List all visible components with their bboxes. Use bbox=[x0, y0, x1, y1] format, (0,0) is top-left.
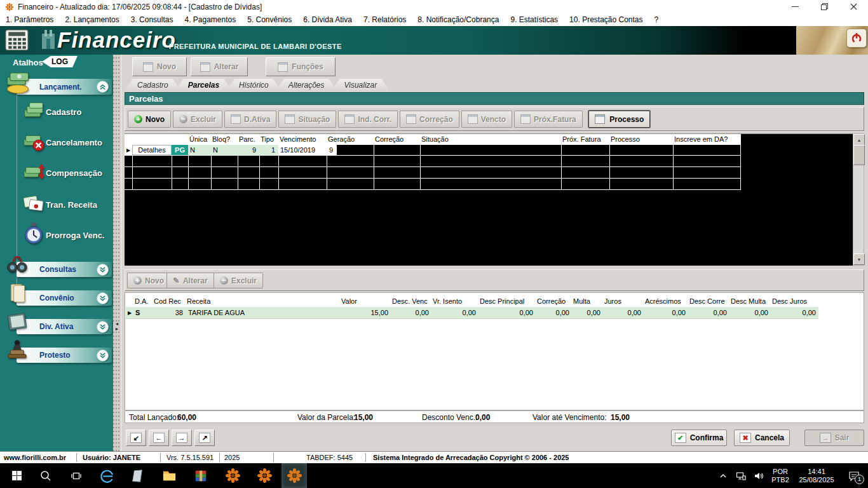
receita-row-selected[interactable]: ▶ S 38 TARIFA DE AGUA 15,00 0,00 0,00 0,… bbox=[126, 307, 818, 319]
fiorilli-app-icon-2[interactable] bbox=[252, 463, 277, 488]
tab-alteracoes[interactable]: Alterações bbox=[276, 79, 337, 91]
notification-center-button[interactable]: 1 bbox=[840, 463, 868, 488]
task-view-button[interactable] bbox=[64, 463, 89, 488]
parcela-dativa-button[interactable]: D.Ativa bbox=[224, 111, 276, 128]
parcela-ind-corr-button[interactable]: Ind. Corr. bbox=[338, 111, 398, 128]
detalhes-cell-button[interactable]: Detalhes bbox=[132, 145, 172, 155]
minimize-button[interactable] bbox=[780, 0, 810, 13]
sidebar-item-cadastro[interactable]: Cadastro bbox=[17, 97, 113, 126]
parcela-vencto-button[interactable]: Vencto bbox=[461, 111, 512, 128]
tray-chevron-button[interactable] bbox=[714, 463, 732, 488]
menu-item-estatisticas[interactable]: 9. Estatísticas bbox=[505, 13, 564, 26]
receita-novo-button[interactable]: + Novo bbox=[127, 273, 170, 288]
search-button[interactable] bbox=[33, 463, 58, 488]
scroll-down-button[interactable]: ▼ bbox=[853, 254, 865, 265]
splitter-collapse-icon[interactable]: ◄ bbox=[115, 322, 119, 326]
empty-grid-row bbox=[125, 156, 741, 167]
parcelas-grid-scrollbar[interactable]: ▲ ▼ bbox=[853, 133, 864, 266]
menu-item-divida-ativa[interactable]: 6. Dívida Ativa bbox=[297, 13, 358, 26]
sidebar-group-div-ativa[interactable]: Div. Ativa bbox=[17, 319, 112, 334]
col-receita: Receita bbox=[186, 295, 340, 307]
menu-item-notificacao[interactable]: 8. Notificação/Cobrança bbox=[412, 13, 505, 26]
clock[interactable]: 14:41 25/08/2025 bbox=[793, 468, 840, 484]
sair-button[interactable]: → Sair bbox=[804, 430, 864, 446]
col-unica: Única bbox=[188, 134, 211, 145]
menu-item-help[interactable]: ? bbox=[649, 13, 665, 26]
tab-visualizar[interactable]: Visualizar bbox=[331, 79, 390, 91]
fiorilli-app-icon-active[interactable] bbox=[281, 463, 307, 488]
winrar-icon[interactable] bbox=[188, 463, 214, 488]
volume-tray-icon[interactable] bbox=[750, 463, 768, 488]
chevron-up-icon bbox=[99, 83, 106, 90]
cancela-button[interactable]: ✖ Cancela bbox=[734, 430, 790, 446]
fiorilli-app-icon-1[interactable] bbox=[220, 463, 245, 488]
nav-prev-button[interactable]: ← bbox=[149, 430, 169, 446]
expand-div-ativa-button[interactable] bbox=[97, 321, 109, 333]
menu-item-parametros[interactable]: 1. Parâmetros bbox=[0, 13, 59, 26]
sidebar-splitter[interactable]: ◄ ► bbox=[113, 55, 121, 451]
menu-item-lancamentos[interactable]: 2. Lançamentos bbox=[59, 13, 125, 26]
expand-consultas-button[interactable] bbox=[97, 264, 109, 276]
tab-historico[interactable]: Histórico bbox=[226, 79, 281, 91]
log-tab[interactable]: LOG bbox=[42, 56, 78, 67]
splitter-expand-icon[interactable]: ► bbox=[115, 327, 119, 331]
parcela-prox-fatura-button[interactable]: Próx.Fatura bbox=[514, 111, 583, 128]
scrollbar-thumb[interactable] bbox=[853, 145, 865, 165]
expand-protesto-button[interactable] bbox=[97, 349, 109, 362]
nav-next-button[interactable]: → bbox=[172, 430, 192, 446]
power-button[interactable] bbox=[846, 29, 867, 48]
menu-item-pagamentos[interactable]: 4. Pagamentos bbox=[179, 13, 241, 26]
language-indicator[interactable]: POR PTB2 bbox=[768, 468, 793, 484]
collapse-group-button[interactable] bbox=[97, 81, 109, 93]
scroll-up-button[interactable]: ▲ bbox=[853, 134, 865, 146]
sidebar-group-convenio[interactable]: Convênio bbox=[17, 290, 112, 306]
col-multa: Multa bbox=[572, 295, 603, 307]
alterar-button[interactable]: Alterar bbox=[191, 57, 248, 76]
row-marker-icon: ▶ bbox=[126, 147, 130, 153]
parcela-situacao-button[interactable]: Situação bbox=[278, 111, 336, 128]
parcelas-grid[interactable]: Única Bloq? Parc. Tipo Vencimento Geraçã… bbox=[125, 133, 853, 266]
sidebar-item-tran-receita[interactable]: Tran. Receita bbox=[17, 190, 113, 219]
status-site[interactable]: www.fiorilli.com.br bbox=[4, 454, 66, 461]
status-badge-pg: PG bbox=[172, 145, 188, 155]
sidebar-group-protesto[interactable]: Protesto bbox=[17, 348, 112, 363]
sidebar-item-compensacao[interactable]: Compensação bbox=[17, 158, 113, 187]
shortcuts-label: Atalhos bbox=[13, 58, 43, 67]
binoculars-icon bbox=[5, 253, 29, 278]
close-button[interactable] bbox=[839, 0, 868, 13]
tab-cadastro[interactable]: Cadastro bbox=[125, 79, 181, 91]
sidebar-item-cancelamento[interactable]: Cancelamento bbox=[17, 128, 113, 157]
chevron-up-icon bbox=[719, 472, 727, 480]
parcela-row-selected[interactable]: ▶ Detalhes PG N N 9 1 15/10/2019 9 bbox=[125, 145, 741, 156]
menu-item-convenios[interactable]: 5. Convênios bbox=[241, 13, 297, 26]
menu-item-relatorios[interactable]: 7. Relatórios bbox=[358, 13, 412, 26]
calculator-icon bbox=[5, 29, 29, 53]
indice-correcao-icon bbox=[344, 114, 355, 124]
receita-alterar-button[interactable]: ✎ Alterar bbox=[166, 273, 214, 288]
network-tray-icon[interactable] bbox=[732, 463, 750, 488]
file-explorer-icon[interactable] bbox=[156, 463, 182, 488]
parcela-processo-button[interactable]: ↑ Processo bbox=[588, 111, 651, 128]
cell-desc-corre: 0,00 bbox=[688, 307, 729, 318]
confirma-button[interactable]: ✔ Confirma bbox=[671, 430, 727, 446]
funcoes-button[interactable]: Funções bbox=[266, 57, 336, 76]
divida-ativa-icon bbox=[231, 114, 241, 124]
nav-first-button[interactable]: ↙ bbox=[126, 430, 146, 446]
restore-button[interactable] bbox=[810, 0, 839, 13]
receita-excluir-button[interactable]: − Excluir bbox=[214, 273, 263, 288]
parcela-excluir-button[interactable]: − Excluir bbox=[173, 111, 222, 128]
novo-button[interactable]: Novo bbox=[132, 57, 187, 76]
parcela-correcao-button[interactable]: Correção bbox=[400, 111, 459, 128]
notes-app-icon[interactable] bbox=[125, 463, 150, 488]
start-button[interactable] bbox=[4, 463, 29, 488]
expand-convenio-button[interactable] bbox=[97, 292, 109, 304]
sidebar-group-consultas[interactable]: Consultas bbox=[17, 262, 112, 277]
menu-item-consultas[interactable]: 3. Consultas bbox=[125, 13, 179, 26]
sidebar-item-prorroga-venc[interactable]: Prorroga Venc. bbox=[17, 220, 113, 250]
internet-explorer-icon[interactable] bbox=[94, 463, 119, 488]
tab-parcelas[interactable]: Parcelas bbox=[175, 79, 232, 91]
col-processo: Processo bbox=[609, 134, 673, 145]
menu-item-prestacao[interactable]: 10. Prestação Contas bbox=[564, 13, 648, 26]
parcela-novo-button[interactable]: + Novo bbox=[128, 111, 171, 128]
nav-last-button[interactable]: ↗ bbox=[194, 430, 215, 446]
